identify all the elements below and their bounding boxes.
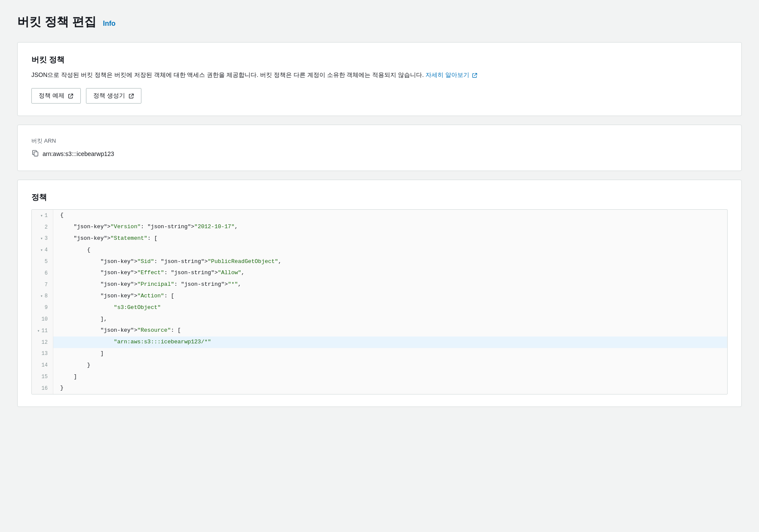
line-number: ▾4 xyxy=(32,245,53,256)
line-content: ] xyxy=(53,371,727,383)
line-content: "json-key">"Action": [ xyxy=(53,290,727,302)
policy-editor-card: 정책 ▾1{2 "json-key">"Version": "json-stri… xyxy=(17,180,742,407)
code-line: 10 ], xyxy=(32,314,727,325)
line-number: 7 xyxy=(32,279,53,290)
code-line: 2 "json-key">"Version": "json-string">"2… xyxy=(32,221,727,233)
line-number: 16 xyxy=(32,382,53,394)
policy-example-button[interactable]: 정책 예제 xyxy=(31,88,81,104)
line-content: } xyxy=(53,382,727,394)
learn-more-link[interactable]: 자세히 알아보기 xyxy=(425,71,477,78)
line-content: "json-key">"Principal": "json-string">"*… xyxy=(53,279,727,290)
bucket-policy-card: 버킷 정책 JSON으로 작성된 버킷 정책은 버킷에 저장된 객체에 대한 액… xyxy=(17,42,742,116)
line-content: "json-key">"Statement": [ xyxy=(53,233,727,245)
arn-value: arn:aws:s3:::icebearwp123 xyxy=(43,150,114,157)
page-title: 버킷 정책 편집 xyxy=(17,14,96,30)
line-number: 9 xyxy=(32,302,53,314)
page-header: 버킷 정책 편집 Info xyxy=(17,14,742,30)
external-link-icon-generator xyxy=(129,93,134,99)
code-line: 5 "json-key">"Sid": "json-string">"Publi… xyxy=(32,256,727,268)
code-line: ▾3 "json-key">"Statement": [ xyxy=(32,233,727,245)
line-content: "json-key">"Effect": "json-string">"Allo… xyxy=(53,267,727,279)
line-content: { xyxy=(53,245,727,256)
code-line: 9 "s3:GetObject" xyxy=(32,302,727,314)
fold-arrow-icon[interactable]: ▾ xyxy=(40,236,43,241)
line-content: "json-key">"Version": "json-string">"201… xyxy=(53,221,727,233)
info-link[interactable]: Info xyxy=(103,20,116,28)
fold-arrow-icon[interactable]: ▾ xyxy=(40,248,43,253)
code-line: 7 "json-key">"Principal": "json-string">… xyxy=(32,279,727,290)
external-link-icon-example xyxy=(68,93,73,99)
policy-generator-button[interactable]: 정책 생성기 xyxy=(86,88,141,104)
line-content: ], xyxy=(53,314,727,325)
line-number: 13 xyxy=(32,348,53,360)
line-content: "arn:aws:s3:::icebearwp123/*" xyxy=(53,336,727,348)
line-content: "s3:GetObject" xyxy=(53,302,727,314)
line-number: ▾1 xyxy=(32,210,53,221)
code-line: ▾11 "json-key">"Resource": [ xyxy=(32,325,727,336)
line-number: 12 xyxy=(32,336,53,348)
code-editor[interactable]: ▾1{2 "json-key">"Version": "json-string"… xyxy=(31,209,728,394)
bucket-policy-title: 버킷 정책 xyxy=(31,55,728,65)
arn-row: arn:aws:s3:::icebearwp123 xyxy=(31,149,728,159)
line-number: 14 xyxy=(32,360,53,371)
line-content: { xyxy=(53,210,727,221)
fold-arrow-icon[interactable]: ▾ xyxy=(40,294,43,299)
code-line: ▾1{ xyxy=(32,210,727,221)
line-number: 2 xyxy=(32,221,53,233)
code-line: ▾4 { xyxy=(32,245,727,256)
bucket-policy-description: JSON으로 작성된 버킷 정책은 버킷에 저장된 객체에 대한 액세스 권한을… xyxy=(31,70,728,79)
line-number: ▾8 xyxy=(32,290,53,302)
line-content: ] xyxy=(53,348,727,360)
line-content: "json-key">"Sid": "json-string">"PublicR… xyxy=(53,256,727,268)
line-number: 5 xyxy=(32,256,53,268)
svg-rect-0 xyxy=(34,152,38,156)
button-group: 정책 예제 정책 생성기 xyxy=(31,88,728,104)
line-content: "json-key">"Resource": [ xyxy=(53,325,727,336)
code-line: 15 ] xyxy=(32,371,727,383)
policy-section-title: 정책 xyxy=(31,192,728,202)
code-line: 6 "json-key">"Effect": "json-string">"Al… xyxy=(32,267,727,279)
arn-label: 버킷 ARN xyxy=(31,137,728,145)
code-line: 14 } xyxy=(32,360,727,371)
line-content: } xyxy=(53,360,727,371)
line-number: ▾3 xyxy=(32,233,53,245)
line-number: 6 xyxy=(32,267,53,279)
line-number: 15 xyxy=(32,371,53,383)
line-number: 10 xyxy=(32,314,53,325)
code-line: 12 "arn:aws:s3:::icebearwp123/*" xyxy=(32,336,727,348)
arn-card: 버킷 ARN arn:aws:s3:::icebearwp123 xyxy=(17,125,742,171)
line-number: ▾11 xyxy=(32,325,53,336)
code-line: 13 ] xyxy=(32,348,727,360)
code-line: 16} xyxy=(32,382,727,394)
external-link-icon xyxy=(472,73,477,78)
copy-icon[interactable] xyxy=(31,149,39,159)
fold-arrow-icon[interactable]: ▾ xyxy=(37,328,40,333)
code-line: ▾8 "json-key">"Action": [ xyxy=(32,290,727,302)
fold-arrow-icon[interactable]: ▾ xyxy=(40,213,43,218)
